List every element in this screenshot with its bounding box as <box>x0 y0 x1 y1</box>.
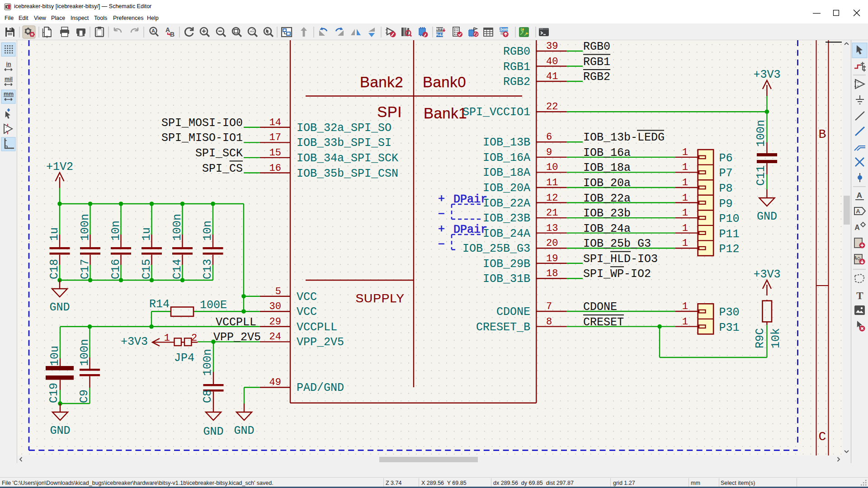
svg-text:C: C <box>819 430 826 444</box>
svg-text:RGB0: RGB0 <box>503 45 530 58</box>
svg-text:IOB_35b_SPI_CSN: IOB_35b_SPI_CSN <box>297 167 398 180</box>
svg-text:SPI_WP-IO2: SPI_WP-IO2 <box>583 267 651 281</box>
svg-text:.bom: .bom <box>499 27 509 32</box>
svg-text:1u: 1u <box>140 227 153 241</box>
svg-text:−: − <box>857 80 859 84</box>
svg-text:1: 1 <box>682 147 688 158</box>
svg-text:9: 9 <box>546 147 552 158</box>
svg-text:RGB0: RGB0 <box>583 40 610 53</box>
svg-text:2: 2 <box>191 333 197 344</box>
svg-text:GND: GND <box>234 424 254 437</box>
svg-text:100n: 100n <box>201 349 214 376</box>
svg-text:C8: C8 <box>201 389 214 403</box>
svg-text:Bank2: Bank2 <box>360 74 403 90</box>
svg-text:IOB_22A: IOB_22A <box>483 197 530 210</box>
svg-text:A: A <box>857 191 862 200</box>
svg-text:B: B <box>819 127 826 141</box>
svg-text:1: 1 <box>682 177 688 188</box>
svg-text:GND: GND <box>757 210 777 223</box>
svg-text:Bank1: Bank1 <box>424 105 467 122</box>
svg-text:GND: GND <box>50 424 70 437</box>
svg-text:P7: P7 <box>719 167 733 180</box>
svg-text:1: 1 <box>164 333 170 344</box>
svg-text:IOB_16A: IOB_16A <box>483 151 530 164</box>
svg-text:RGB2: RGB2 <box>583 70 610 84</box>
svg-text:100E: 100E <box>200 299 227 312</box>
svg-text:16: 16 <box>269 163 281 174</box>
svg-text:IOB_31B: IOB_31B <box>483 272 530 286</box>
svg-text:5: 5 <box>275 286 281 297</box>
svg-text:13: 13 <box>546 223 558 234</box>
svg-text:VCCPLL: VCCPLL <box>216 316 256 329</box>
svg-text:P6: P6 <box>719 152 733 165</box>
svg-text:RGB1: RGB1 <box>583 56 610 69</box>
svg-text:Bank0: Bank0 <box>423 74 466 90</box>
svg-text:IOB_23B: IOB_23B <box>483 212 530 225</box>
svg-text:P10: P10 <box>719 212 740 225</box>
svg-text:1: 1 <box>682 238 688 249</box>
svg-text:C15: C15 <box>140 259 153 279</box>
svg-text:18: 18 <box>546 268 558 279</box>
svg-text:JP4: JP4 <box>174 352 194 365</box>
svg-text:C13: C13 <box>201 259 214 279</box>
svg-text:17: 17 <box>269 132 281 143</box>
svg-text:12: 12 <box>546 192 558 204</box>
svg-text:SPI_SCK: SPI_SCK <box>195 147 243 160</box>
svg-text:10n: 10n <box>201 221 214 241</box>
svg-text:−: − <box>438 238 445 251</box>
svg-text:1: 1 <box>682 301 688 312</box>
svg-text:6: 6 <box>546 131 552 143</box>
svg-text:P30: P30 <box>719 306 740 319</box>
svg-text:SPI_CS: SPI_CS <box>202 162 243 175</box>
svg-text:GND: GND <box>203 425 223 438</box>
svg-text:IOB_24a: IOB_24a <box>583 222 631 235</box>
svg-text:29: 29 <box>269 316 281 328</box>
svg-text:A: A <box>854 224 860 231</box>
svg-text:−: − <box>5 125 8 129</box>
svg-text:P8: P8 <box>719 182 733 195</box>
svg-text:C18: C18 <box>48 259 61 279</box>
svg-text:39: 39 <box>546 41 558 52</box>
svg-text:CDONE: CDONE <box>496 305 530 319</box>
svg-text:C11: C11 <box>755 165 768 186</box>
svg-text:C16: C16 <box>109 259 123 279</box>
svg-text:C14: C14 <box>171 259 184 279</box>
svg-text:IOB_25B_G3: IOB_25B_G3 <box>462 242 530 255</box>
svg-text:IOB_13b-LEDG: IOB_13b-LEDG <box>583 131 665 144</box>
svg-text:100n: 100n <box>78 339 91 366</box>
svg-text:10: 10 <box>546 162 558 173</box>
svg-text:−: − <box>438 208 445 221</box>
svg-text:T: T <box>856 290 863 301</box>
svg-text:+: + <box>438 223 445 236</box>
svg-text:IOB_20A: IOB_20A <box>483 182 530 195</box>
svg-text:1: 1 <box>682 316 688 328</box>
svg-text:24: 24 <box>269 331 281 343</box>
svg-text:19: 19 <box>546 253 558 264</box>
svg-text:CRESET_B: CRESET_B <box>476 321 530 334</box>
svg-text:P11: P11 <box>719 228 740 241</box>
svg-text:SPI: SPI <box>377 103 402 120</box>
svg-text:CDONE: CDONE <box>583 300 617 314</box>
svg-text:10u: 10u <box>48 346 61 366</box>
svg-text:1: 1 <box>682 223 688 234</box>
svg-text:A: A <box>856 208 860 215</box>
svg-text:IOB_25b_G3: IOB_25b_G3 <box>583 237 651 250</box>
svg-text:SUPPLY: SUPPLY <box>355 291 405 305</box>
svg-text:IOB_32a_SPI_SO: IOB_32a_SPI_SO <box>297 122 392 135</box>
svg-text:IOB_22a: IOB_22a <box>583 192 631 205</box>
svg-text:IOB_18a: IOB_18a <box>583 161 631 174</box>
svg-text:A◇: A◇ <box>854 256 861 261</box>
svg-text:+3V3: +3V3 <box>753 268 780 281</box>
svg-text:C9: C9 <box>78 389 91 403</box>
svg-text:R14: R14 <box>149 298 170 311</box>
svg-text:1: 1 <box>682 192 688 204</box>
svg-text:IOB_24A: IOB_24A <box>483 227 530 240</box>
svg-text:IOB_29B: IOB_29B <box>483 258 530 271</box>
svg-text:SPI_MOSI-IO0: SPI_MOSI-IO0 <box>161 117 243 130</box>
svg-text:1: 1 <box>682 162 688 173</box>
svg-text:15: 15 <box>269 147 281 159</box>
svg-text:100n: 100n <box>171 214 184 241</box>
svg-text:30: 30 <box>269 301 281 312</box>
svg-text:VPP_2V5: VPP_2V5 <box>297 336 344 349</box>
svg-text:+: + <box>438 192 445 206</box>
